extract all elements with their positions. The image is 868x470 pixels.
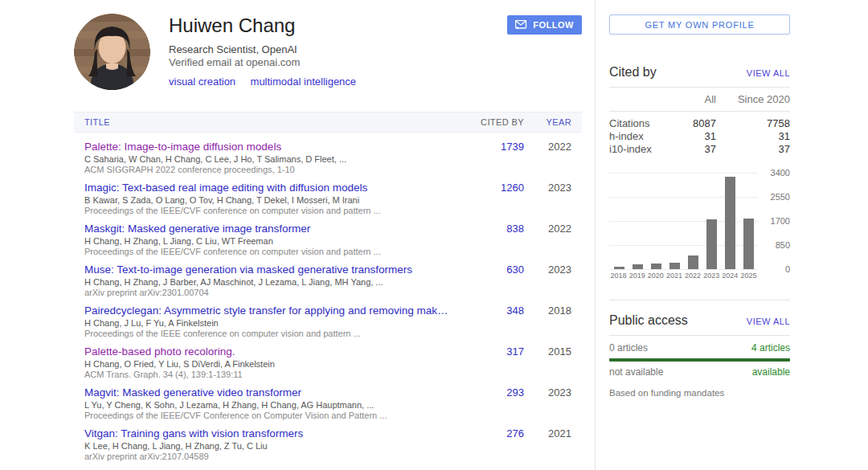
profile-photo [74,14,150,90]
y-axis-tick: 1700 [761,216,790,226]
publication-year: 2023 [524,386,582,419]
publication-cited-count[interactable]: 276 [452,427,524,460]
interest-link-multimodal-intelligence[interactable]: multimodal intelligence [251,76,357,88]
follow-button[interactable]: FOLLOW [507,15,582,35]
chart-bar[interactable] [743,219,754,269]
chart-bar[interactable] [614,267,624,269]
publication-cited-count[interactable]: 1260 [452,182,524,215]
stat-value-since[interactable]: 31 [716,130,790,143]
get-my-own-profile-button[interactable]: GET MY OWN PROFILE [609,14,790,35]
publication-year: 2018 [524,304,582,337]
chart-bar[interactable] [633,264,643,269]
available-count[interactable]: 4 articles [751,342,790,354]
publication-year: 2023 [524,182,582,215]
publication-row: Palette: Image-to-image diffusion models… [74,133,582,174]
verified-email: Verified email at openai.com [169,56,507,69]
public-access-title: Public access [609,313,688,328]
chart-bar[interactable] [706,219,717,269]
interest-link-visual-creation[interactable]: visual creation [169,76,235,88]
stat-value-all[interactable]: 31 [666,130,716,143]
publication-year: 2015 [524,345,582,378]
cited-by-title: Cited by [609,65,657,80]
publication-title[interactable]: Palette-based photo recoloring. [84,345,452,358]
publication-title[interactable]: Muse: Text-to-image generation via maske… [84,264,452,276]
chart-bar[interactable] [725,177,735,269]
main-column: Huiwen Chang Research Scientist, OpenAI … [74,14,582,460]
stats-column-headers: All Since 2020 [609,93,790,111]
x-axis-tick: 2018 [609,272,628,280]
column-header-title[interactable]: TITLE [74,117,452,127]
chart-bars [611,173,756,269]
publication-authors: H Chang, J Lu, F Yu, A Finkelstein [84,318,452,329]
publication-authors: H Chang, H Zhang, J Barber, AJ Maschinot… [84,277,452,288]
publication-cited-count[interactable]: 838 [452,223,524,255]
publication-title[interactable]: Palette: Image-to-image diffusion models [84,141,452,153]
publication-authors: H Chang, O Fried, Y Liu, S DiVerdi, A Fi… [84,359,452,370]
publication-title[interactable]: Magvit: Masked generative video transfor… [84,386,452,398]
y-axis-tick: 0 [761,264,790,274]
scholar-profile-page: Huiwen Chang Research Scientist, OpenAI … [0,0,868,470]
stat-row-h-index: h-index 31 31 [609,130,790,143]
chart-bar[interactable] [651,264,661,269]
stat-value-since[interactable]: 37 [716,143,790,156]
available-label: available [752,366,790,378]
stat-value-since[interactable]: 7758 [716,117,790,130]
publication-row: Pairedcyclegan: Asymmetric style transfe… [74,296,582,337]
x-axis-tick: 2021 [665,272,683,280]
publication-venue: Proceedings of the IEEE conference on co… [84,329,452,339]
publication-authors: C Saharia, W Chan, H Chang, C Lee, J Ho,… [84,154,452,165]
chart-bar[interactable] [669,263,680,269]
column-header-cited-by[interactable]: CITED BY [452,117,524,127]
x-axis-tick: 2019 [628,272,646,280]
cited-by-view-all-link[interactable]: VIEW ALL [747,68,790,78]
funding-mandates-note: Based on funding mandates [609,388,790,398]
stat-value-all[interactable]: 37 [666,143,716,156]
public-access-view-all-link[interactable]: VIEW ALL [747,317,790,326]
stat-row-citations: Citations 8087 7758 [609,117,790,130]
publication-cited-count[interactable]: 630 [452,264,524,296]
publication-authors: L Yu, Y Cheng, K Sohn, J Lezama, H Zhang… [84,400,452,411]
publication-cited-count[interactable]: 317 [452,345,524,378]
stat-label: h-index [609,130,666,143]
x-axis-tick: 2022 [684,272,702,280]
publication-year: 2022 [524,141,582,174]
publication-row: Magvit: Masked generative video transfor… [74,378,582,419]
divider [609,111,790,112]
profile-header: Huiwen Chang Research Scientist, OpenAI … [74,14,582,90]
x-axis-tick: 2025 [739,272,758,280]
publication-venue: arXiv preprint arXiv:2107.04589 [84,452,452,462]
divider [609,335,790,336]
y-axis-tick: 850 [761,240,790,250]
stat-value-all[interactable]: 8087 [666,117,716,130]
publication-venue: arXiv preprint arXiv:2301.00704 [84,288,452,298]
publication-venue: Proceedings of the IEEE/CVF conference o… [84,206,452,216]
publication-authors: B Kawar, S Zada, O Lang, O Tov, H Chang,… [84,195,452,206]
x-axis-tick: 2023 [702,272,721,280]
publication-title[interactable]: Imagic: Text-based real image editing wi… [84,182,452,194]
publications-table: TITLE CITED BY YEAR Palette: Image-to-im… [74,112,582,460]
profile-name: Huiwen Chang [169,14,507,37]
publication-year: 2022 [524,223,582,255]
publication-year: 2021 [524,427,582,460]
publication-row: Muse: Text-to-image generation via maske… [74,255,582,296]
publication-row: Imagic: Text-based real image editing wi… [74,174,582,215]
column-header-year[interactable]: YEAR [524,117,582,127]
publication-cited-count[interactable]: 293 [452,386,524,419]
publication-authors: K Lee, H Chang, L Jiang, H Zhang, Z Tu, … [84,441,452,452]
publication-title[interactable]: Vitgan: Training gans with vision transf… [84,427,452,439]
envelope-plus-icon [515,20,527,30]
divider [609,300,790,300]
citations-per-year-chart: 3400 2550 1700 850 0 [609,173,790,269]
publication-cited-count[interactable]: 348 [452,304,524,337]
publication-venue: Proceedings of the IEEE/CVF conference o… [84,247,452,257]
publication-cited-count[interactable]: 1739 [452,141,524,174]
publication-title[interactable]: Pairedcyclegan: Asymmetric style transfe… [84,304,452,317]
publication-title[interactable]: Maskgit: Masked generative image transfo… [84,223,452,235]
x-axis-tick: 2024 [721,272,739,280]
y-axis-tick: 3400 [761,168,790,178]
chart-bar[interactable] [688,255,698,269]
publication-year: 2023 [524,264,582,296]
stat-label: Citations [609,117,666,130]
publication-row: Maskgit: Masked generative image transfo… [74,215,582,255]
sidebar: GET MY OWN PROFILE Cited by VIEW ALL All… [609,14,790,398]
